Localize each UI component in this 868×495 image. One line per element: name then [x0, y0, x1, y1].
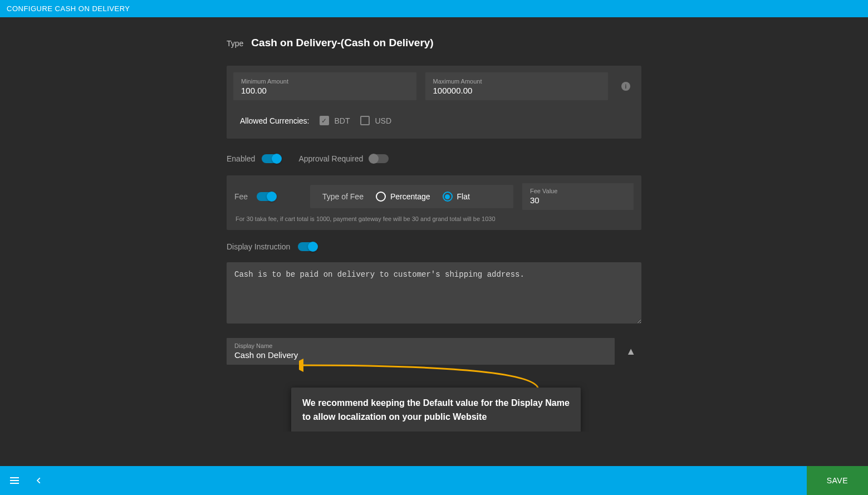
currency-bdt-option[interactable]: ✓ BDT	[320, 116, 350, 125]
display-name-field[interactable]: Display Name	[227, 338, 615, 365]
max-amount-input[interactable]	[433, 86, 601, 95]
fee-type-selector: Type of Fee Percentage Flat	[310, 185, 513, 208]
fee-value-input[interactable]	[530, 195, 626, 205]
fee-type-flat-option[interactable]: Flat	[443, 192, 470, 202]
enabled-toggle[interactable]	[262, 154, 281, 163]
max-amount-label: Maximum Amount	[433, 78, 601, 85]
fee-label: Fee	[234, 192, 248, 201]
display-name-label: Display Name	[234, 342, 607, 349]
enabled-label: Enabled	[227, 154, 255, 163]
main-content: Type Cash on Delivery-(Cash on Delivery)…	[0, 17, 868, 432]
radio-unselected-icon	[376, 192, 386, 202]
recommendation-tooltip: We recommend keeping the Default value f…	[291, 388, 581, 432]
type-label: Type	[227, 39, 243, 48]
currency-bdt-label: BDT	[335, 116, 350, 125]
max-amount-field[interactable]: Maximum Amount	[425, 72, 609, 100]
fee-toggle[interactable]	[257, 192, 276, 201]
allowed-currencies-label: Allowed Currencies:	[240, 116, 310, 125]
radio-selected-icon	[443, 192, 453, 202]
approval-required-label: Approval Required	[298, 154, 363, 163]
fee-type-label: Type of Fee	[322, 192, 364, 201]
info-icon[interactable]: i	[621, 82, 630, 91]
amount-panel: Minimum Amount Maximum Amount i Allowed …	[227, 66, 641, 139]
min-amount-label: Minimum Amount	[241, 78, 409, 85]
display-name-input[interactable]	[234, 350, 607, 360]
fee-value-label: Fee Value	[530, 188, 626, 194]
min-amount-input[interactable]	[241, 86, 409, 95]
checkbox-checked-icon: ✓	[320, 116, 329, 125]
fee-value-field[interactable]: Fee Value	[522, 183, 634, 210]
fee-type-percentage-option[interactable]: Percentage	[376, 192, 430, 202]
fee-help-text: For 30 taka fee, if cart total is 1000, …	[234, 215, 634, 222]
display-name-row: Display Name ▲	[227, 338, 641, 365]
currency-usd-label: USD	[375, 116, 392, 125]
approval-required-toggle[interactable]	[370, 154, 389, 163]
page-header: CONFIGURE CASH ON DELIVERY	[0, 0, 868, 17]
display-instruction-row: Display Instruction	[227, 242, 641, 251]
currency-usd-option[interactable]: USD	[360, 116, 392, 125]
type-value: Cash on Delivery-(Cash on Delivery)	[251, 37, 433, 49]
fee-panel: Fee Type of Fee Percentage Flat Fee Val	[227, 175, 641, 230]
min-amount-field[interactable]: Minimum Amount	[233, 72, 416, 100]
warning-icon[interactable]: ▲	[620, 346, 641, 357]
fee-type-percentage-label: Percentage	[390, 192, 430, 201]
enabled-approval-row: Enabled Approval Required	[227, 149, 641, 169]
instruction-textarea[interactable]	[227, 262, 641, 324]
fee-type-flat-label: Flat	[457, 192, 470, 201]
display-instruction-label: Display Instruction	[227, 242, 290, 251]
display-instruction-toggle[interactable]	[298, 242, 317, 251]
page-title: CONFIGURE CASH ON DELIVERY	[7, 4, 130, 13]
type-row: Type Cash on Delivery-(Cash on Delivery)	[227, 37, 641, 49]
allowed-currencies-row: Allowed Currencies: ✓ BDT USD	[233, 100, 635, 132]
checkbox-unchecked-icon	[360, 116, 370, 125]
